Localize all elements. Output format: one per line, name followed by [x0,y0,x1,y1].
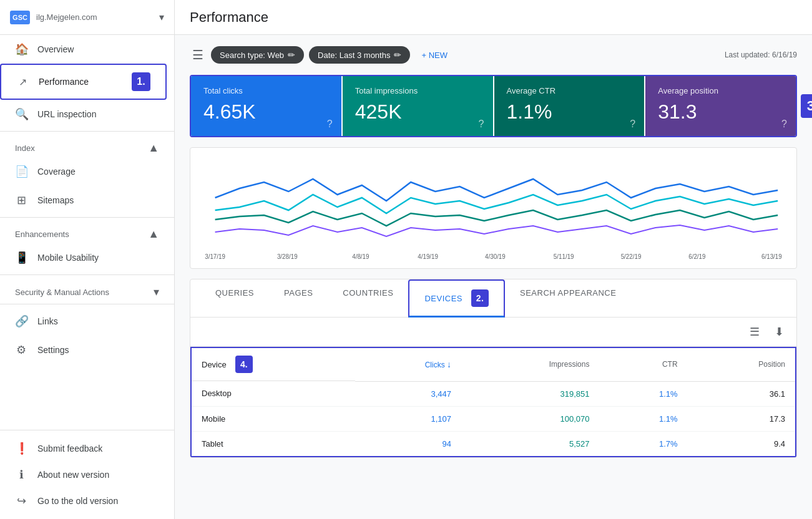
sidebar-item-coverage[interactable]: 📄 Coverage [0,157,167,186]
sidebar-logo: GSC ilg.Mejgelen.com ▾ [0,0,174,35]
sidebar-item-mobile-usability[interactable]: 📱 Mobile Usability [0,243,167,272]
th-clicks[interactable]: Clicks ↓ [355,347,461,381]
metric-cards-container: Total clicks 4.65K ? Total impressions 4… [190,75,797,137]
index-section[interactable]: Index ▲ [0,134,174,157]
tab-devices[interactable]: DEVICES 2. [408,279,505,318]
sidebar-item-settings[interactable]: ⚙ Settings [0,336,167,364]
search-icon: 🔍 [15,107,27,121]
metric-label-ctr: Average CTR [507,86,632,95]
annotation-badge-2: 2. [471,289,489,307]
device-name-tablet: Tablet [191,431,355,457]
tab-toolbar: ☰ ⬇ [190,318,796,347]
home-icon: 🏠 [15,42,27,56]
ctr-tablet[interactable]: 1.7% [599,431,687,457]
impressions-tablet[interactable]: 5,527 [461,431,599,457]
search-type-edit-icon: ✏ [288,50,295,60]
main-body: ☰ Search type: Web ✏ Date: Last 3 months… [175,35,812,519]
tabs-section: QUERIES PAGES COUNTRIES DEVICES 2. SEARC… [190,279,797,458]
ctr-mobile[interactable]: 1.1% [599,406,687,431]
search-type-chip[interactable]: Search type: Web ✏ [211,46,304,64]
sidebar-bottom: ❗ Submit feedback ℹ About new version ↪ … [0,430,174,519]
th-impressions[interactable]: Impressions [461,347,599,381]
metric-card-ctr[interactable]: Average CTR 1.1% ? [494,76,645,136]
sidebar-item-links[interactable]: 🔗 Links [0,307,167,336]
sidebar-item-url-inspection[interactable]: 🔍 URL inspection [0,100,167,129]
filter-rows-button[interactable]: ☰ [747,323,762,341]
svg-text:4/19/19: 4/19/19 [418,253,438,260]
metric-card-impressions[interactable]: Total impressions 425K ? [343,76,493,136]
sidebar: GSC ilg.Mejgelen.com ▾ 🏠 Overview ↗ Perf… [0,0,175,519]
table-row: Desktop 3,447 319,851 1.1% 36.1 [191,381,796,406]
tab-pages[interactable]: PAGES [269,279,328,318]
device-name-mobile: Mobile [191,406,355,431]
sidebar-item-label: URL inspection [37,109,96,119]
svg-text:3/28/19: 3/28/19 [277,253,298,260]
enhancements-section[interactable]: Enhancements ▲ [0,220,174,243]
divider [0,274,174,275]
help-icon-clicks[interactable]: ? [327,119,333,130]
divider [0,217,174,218]
sidebar-item-label: Performance [39,77,89,87]
clicks-tablet[interactable]: 94 [355,431,461,457]
sidebar-item-label: Coverage [37,167,76,177]
th-position[interactable]: Position [688,347,796,381]
feedback-icon: ❗ [15,442,27,455]
sidebar-item-label: Links [37,316,58,326]
metric-card-position[interactable]: Average position 31.3 ? [645,76,796,136]
svg-text:6/2/19: 6/2/19 [688,253,706,260]
enhancements-section-label: Enhancements [15,230,69,239]
table-row: Mobile 1,107 100,070 1.1% 17.3 [191,406,796,431]
enhancements-chevron-icon: ▲ [148,228,159,241]
svg-text:6/13/19: 6/13/19 [761,253,782,260]
date-chip[interactable]: Date: Last 3 months ✏ [309,46,410,64]
svg-text:4/30/19: 4/30/19 [485,253,506,260]
table-header-row: Device 4. Clicks ↓ Impressions CTR Posit… [191,347,796,381]
help-icon-position[interactable]: ? [781,119,787,130]
info-icon: ℹ [15,468,27,482]
help-icon-ctr[interactable]: ? [630,119,635,130]
annotation-badge-4: 4. [235,356,253,373]
about-new-version-label: About new version [37,470,109,480]
mobile-icon: 📱 [15,251,27,264]
last-updated: Last updated: 6/16/19 [725,51,797,59]
security-section-label: Security & Manual Actions [15,288,109,297]
clicks-mobile[interactable]: 1,107 [355,406,461,431]
tab-queries[interactable]: QUERIES [200,279,269,318]
svg-text:4/8/19: 4/8/19 [352,253,369,260]
security-section[interactable]: Security & Manual Actions ▾ [0,278,174,301]
clicks-desktop[interactable]: 3,447 [355,381,461,406]
th-ctr[interactable]: CTR [599,347,687,381]
tab-search-appearance[interactable]: SEARCH APPEARANCE [505,279,631,318]
new-button[interactable]: + NEW [415,47,454,64]
toolbar: ☰ Search type: Web ✏ Date: Last 3 months… [190,45,797,65]
about-new-version-item[interactable]: ℹ About new version [0,462,174,488]
go-to-old-version-label: Go to the old version [37,496,118,506]
metric-value-impressions: 425K [355,100,481,124]
impressions-mobile[interactable]: 100,070 [461,406,599,431]
sidebar-item-label: Sitemaps [37,195,74,205]
logo-chevron-icon[interactable]: ▾ [159,11,164,23]
divider [0,131,174,132]
sidebar-nav: 🏠 Overview ↗ Performance 1. 🔍 URL inspec… [0,35,174,430]
metric-cards: Total clicks 4.65K ? Total impressions 4… [190,75,797,137]
submit-feedback-item[interactable]: ❗ Submit feedback [0,435,174,462]
date-label: Date: Last 3 months [318,51,390,60]
tab-countries[interactable]: COUNTRIES [328,279,408,318]
annotation-badge-3: 3. [801,94,812,118]
impressions-desktop[interactable]: 319,851 [461,381,599,406]
sidebar-item-label: Settings [37,345,69,355]
go-to-old-version-item[interactable]: ↪ Go to the old version [0,488,174,514]
ctr-desktop[interactable]: 1.1% [599,381,687,406]
metric-card-clicks[interactable]: Total clicks 4.65K ? [191,76,341,136]
tabs-bar: QUERIES PAGES COUNTRIES DEVICES 2. SEARC… [190,279,796,318]
coverage-icon: 📄 [15,165,27,178]
help-icon-impressions[interactable]: ? [479,119,484,130]
sidebar-item-overview[interactable]: 🏠 Overview [0,35,167,64]
search-type-label: Search type: Web [220,51,284,60]
filter-icon-button[interactable]: ☰ [190,45,206,65]
sidebar-item-performance[interactable]: ↗ Performance 1. [0,64,167,100]
sidebar-item-sitemaps[interactable]: ⊞ Sitemaps [0,186,167,215]
svg-text:3/17/19: 3/17/19 [205,253,225,260]
position-tablet: 9.4 [688,431,796,457]
download-button[interactable]: ⬇ [772,323,786,341]
